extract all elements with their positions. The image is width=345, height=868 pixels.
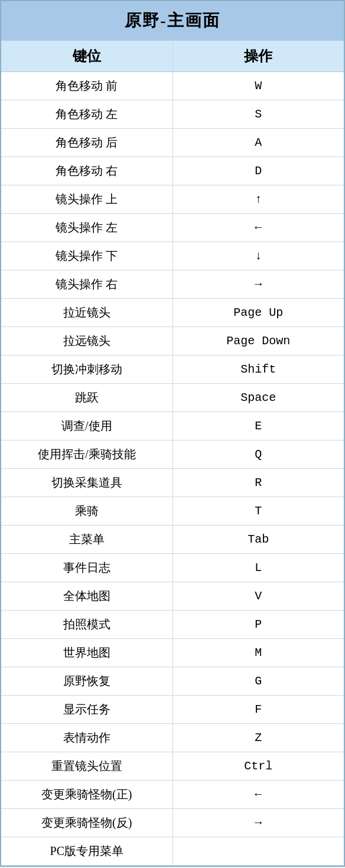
table-row: 变更乘骑怪物(反)→ [1,809,344,837]
key-cell: 重置镜头位置 [1,752,172,781]
action-cell: M [172,639,344,667]
key-cell: 角色移动 前 [1,72,172,100]
table-row: 角色移动 右D [1,157,344,185]
action-cell: Page Up [172,299,344,327]
key-cell: 表情动作 [1,724,172,752]
table-row: 世界地图M [1,639,344,667]
table-row: 主菜单Tab [1,526,344,554]
action-cell: ← [172,214,344,242]
action-cell: G [172,667,344,696]
key-cell: 拉远镜头 [1,327,172,355]
table-row: 镜头操作 下↓ [1,242,344,270]
key-cell: 显示任务 [1,696,172,724]
action-cell: Tab [172,526,344,554]
header-key: 键位 [1,41,172,72]
key-cell: PC版专用菜单 [1,837,172,866]
page-container: 原野-主画面 键位 操作 角色移动 前W角色移动 左S角色移动 后A角色移动 右… [0,0,345,867]
key-cell: 变更乘骑怪物(反) [1,809,172,837]
table-row: 角色移动 左S [1,100,344,129]
header-row: 键位 操作 [1,41,344,72]
table-row: 镜头操作 上↑ [1,185,344,214]
key-cell: 事件日志 [1,554,172,582]
page-title: 原野-主画面 [1,1,344,41]
key-cell: 跳跃 [1,384,172,412]
key-cell: 切换冲刺移动 [1,355,172,384]
action-cell: ↑ [172,185,344,214]
table-row: 调查/使用E [1,412,344,440]
action-cell: L [172,554,344,582]
action-cell: Page Down [172,327,344,355]
action-cell: R [172,469,344,497]
table-row: 拉远镜头Page Down [1,327,344,355]
action-cell: Space [172,384,344,412]
table-row: 原野恢复G [1,667,344,696]
title-row: 原野-主画面 [1,1,344,41]
action-cell: W [172,72,344,100]
action-cell: P [172,611,344,639]
table-row: 表情动作Z [1,724,344,752]
action-cell: Shift [172,355,344,384]
action-cell: A [172,129,344,157]
key-cell: 切换采集道具 [1,469,172,497]
action-cell: ↓ [172,242,344,270]
table-row: 使用挥击/乘骑技能Q [1,440,344,469]
action-cell: Q [172,440,344,469]
keybinding-table: 原野-主画面 键位 操作 角色移动 前W角色移动 左S角色移动 后A角色移动 右… [1,1,344,866]
table-row: 重置镜头位置Ctrl [1,752,344,781]
action-cell: S [172,100,344,129]
action-cell: Ctrl [172,752,344,781]
key-cell: 拉近镜头 [1,299,172,327]
action-cell: D [172,157,344,185]
table-row: 拍照模式P [1,611,344,639]
key-cell: 角色移动 右 [1,157,172,185]
table-row: 显示任务F [1,696,344,724]
table-row: 跳跃Space [1,384,344,412]
table-row: 事件日志L [1,554,344,582]
key-cell: 使用挥击/乘骑技能 [1,440,172,469]
key-cell: 角色移动 左 [1,100,172,129]
key-cell: 调查/使用 [1,412,172,440]
header-action: 操作 [172,41,344,72]
key-cell: 乘骑 [1,497,172,526]
table-row: 角色移动 前W [1,72,344,100]
action-cell [172,837,344,866]
table-row: 切换采集道具R [1,469,344,497]
action-cell: → [172,809,344,837]
action-cell: V [172,582,344,611]
table-row: 拉近镜头Page Up [1,299,344,327]
action-cell: → [172,270,344,299]
key-cell: 角色移动 后 [1,129,172,157]
table-row: 镜头操作 左← [1,214,344,242]
table-row: 角色移动 后A [1,129,344,157]
key-cell: 全体地图 [1,582,172,611]
key-cell: 原野恢复 [1,667,172,696]
key-cell: 镜头操作 下 [1,242,172,270]
action-cell: ← [172,781,344,809]
table-row: PC版专用菜单 [1,837,344,866]
table-row: 镜头操作 右→ [1,270,344,299]
key-cell: 世界地图 [1,639,172,667]
table-row: 切换冲刺移动Shift [1,355,344,384]
action-cell: T [172,497,344,526]
key-cell: 镜头操作 右 [1,270,172,299]
key-cell: 主菜单 [1,526,172,554]
key-cell: 镜头操作 左 [1,214,172,242]
action-cell: Z [172,724,344,752]
action-cell: F [172,696,344,724]
key-cell: 拍照模式 [1,611,172,639]
action-cell: E [172,412,344,440]
key-cell: 镜头操作 上 [1,185,172,214]
table-row: 变更乘骑怪物(正)← [1,781,344,809]
key-cell: 变更乘骑怪物(正) [1,781,172,809]
table-row: 全体地图V [1,582,344,611]
table-row: 乘骑T [1,497,344,526]
